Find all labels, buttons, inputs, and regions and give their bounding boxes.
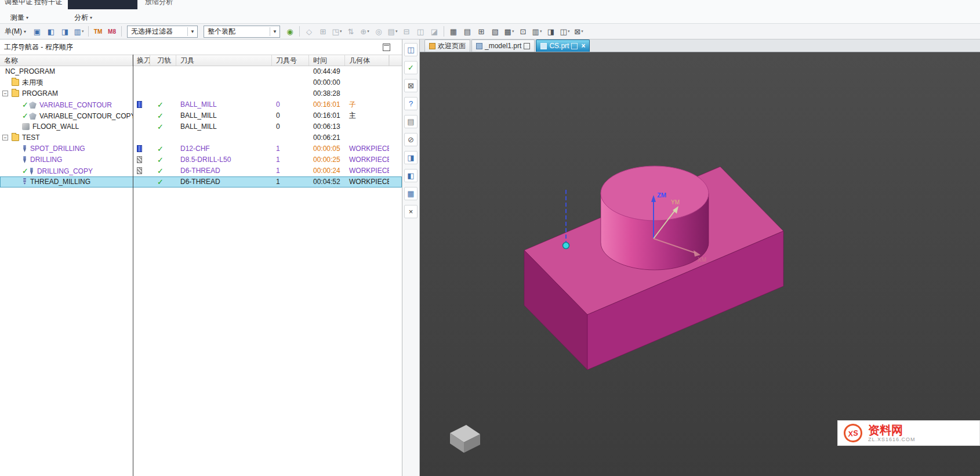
column-header-toolno[interactable]: 刀具号 xyxy=(272,55,309,66)
operation-row-DRILLING[interactable]: DRILLING✓D8.5-DRILL-L50100:00:25WORKPIEC… xyxy=(0,154,402,165)
toolbar-button-16[interactable]: ▧ xyxy=(489,26,502,37)
operation-name-cell[interactable]: DRILLING xyxy=(0,154,133,165)
menu-button[interactable]: 单(M) ▾ xyxy=(2,26,30,38)
resource-bar-icon-2[interactable]: ✓ xyxy=(404,61,418,74)
toolbar-button-3[interactable]: ⊞ xyxy=(317,26,329,37)
toolbar-button-5[interactable]: ⇅ xyxy=(344,26,357,37)
resource-bar-icon-9[interactable]: ▦ xyxy=(404,187,418,200)
toolbar-button-22[interactable]: ⊠▾ xyxy=(572,26,585,37)
operation-name-cell[interactable]: ✓VARIABLE_CONTOUR_COPY xyxy=(0,110,133,121)
resource-bar-icon-6[interactable]: ⊘ xyxy=(404,133,418,146)
column-header-time[interactable]: 时间 xyxy=(309,55,345,66)
float-tab-icon[interactable] xyxy=(524,43,530,49)
expand-toggle[interactable]: − xyxy=(2,135,8,140)
toolbar-button-3[interactable]: ▥▾ xyxy=(72,26,85,37)
tool-point-ball[interactable] xyxy=(563,243,569,249)
toolbar-button-2[interactable]: ◇ xyxy=(303,26,315,37)
toolno-cell xyxy=(272,88,309,99)
resource-bar-icon-7[interactable]: ◨ xyxy=(404,151,418,164)
toolchange-icon xyxy=(137,101,142,108)
operation-name-cell[interactable]: SPOT_DRILLING xyxy=(0,143,133,154)
operation-name-cell[interactable]: ✓DRILLING_COPY xyxy=(0,165,133,176)
operation-row-NC_PROGRAM[interactable]: NC_PROGRAM00:44:49 xyxy=(0,66,402,77)
operation-name-cell[interactable]: TEST xyxy=(0,132,133,143)
toolbar-button-20[interactable]: ◨ xyxy=(545,26,557,37)
toolbar-button-13[interactable]: ▦ xyxy=(447,26,460,37)
operation-row-未用项[interactable]: 未用项00:00:00 xyxy=(0,77,402,88)
operation-row-TEST[interactable]: −TEST00:06:21 xyxy=(0,132,402,143)
resource-bar-icon-4[interactable]: ? xyxy=(404,97,418,110)
chevron-down-icon: ▾ xyxy=(82,29,84,34)
toolbar-button-14[interactable]: ▤ xyxy=(461,26,474,37)
toolbar-button-21[interactable]: ◫▾ xyxy=(558,26,571,37)
operation-row-THREAD_MILLING[interactable]: THREAD_MILLING✓D6-THREAD100:04:52WORKPIE… xyxy=(0,176,402,187)
tab-欢迎页面[interactable]: 欢迎页面 xyxy=(424,39,470,52)
tab-_model1.prt[interactable]: _model1.prt xyxy=(471,39,535,52)
toolbar-button-1[interactable]: ◧ xyxy=(45,26,57,37)
resource-bar-icon-3[interactable]: ⊠ xyxy=(404,79,418,92)
toolno-cell: 1 xyxy=(272,154,309,165)
column-header-name[interactable]: 名称 xyxy=(0,55,133,66)
operation-name-cell[interactable]: 未用项 xyxy=(0,77,133,88)
toolbar-button-6[interactable]: ⊕▾ xyxy=(358,26,371,37)
operation-name-cell[interactable]: ✓VARIABLE_CONTOUR xyxy=(0,99,133,110)
toolchange-cell xyxy=(133,121,150,132)
toolbar-button-17[interactable]: ▩▾ xyxy=(503,26,516,37)
toolbar-button-4[interactable]: ◳▾ xyxy=(331,26,343,37)
toolno-cell: 1 xyxy=(272,165,309,176)
operation-name-cell[interactable]: THREAD_MILLING xyxy=(0,176,133,187)
operation-row-VARIABLE_CONTOUR_COPY[interactable]: ✓VARIABLE_CONTOUR_COPY✓BALL_MILL000:16:0… xyxy=(0,110,402,121)
tab-CS.prt[interactable]: CS.prt× xyxy=(536,39,590,52)
toolbar-button-6[interactable]: M8 xyxy=(106,26,118,37)
toolbar-button-9[interactable]: ⊟ xyxy=(400,26,413,37)
toolbar-button-5[interactable]: TM xyxy=(92,26,104,37)
toolbar-button-7[interactable]: ◎ xyxy=(372,26,385,37)
column-header-toolpath[interactable]: 刀轨 xyxy=(150,55,176,66)
main-area: 工序导航器 - 程序顺序 名称 换刀 刀轨 刀具 刀具号 时间 几何体 NC_P… xyxy=(0,39,980,476)
resource-bar-icon-10[interactable]: × xyxy=(404,205,418,218)
cylinder-top-face[interactable] xyxy=(601,166,709,221)
selection-filter-dropdown[interactable]: 无选择过滤器 ▼ xyxy=(127,26,198,38)
toolbar-button-0[interactable]: ▣ xyxy=(31,26,43,37)
toolbar-button-11[interactable]: ◪ xyxy=(428,26,441,37)
float-tab-icon[interactable] xyxy=(571,43,578,49)
toolbar-button-2[interactable]: ◨ xyxy=(59,26,71,37)
operation-row-DRILLING_COPY[interactable]: ✓DRILLING_COPY✓D6-THREAD100:00:24WORKPIE… xyxy=(0,165,402,176)
analysis-group-button[interactable]: 分析 ▾ xyxy=(74,13,92,23)
time-cell: 00:16:01 xyxy=(309,110,345,121)
model-view[interactable]: ZM YM XM xyxy=(420,52,980,476)
toolbar-right-icons: ◉◇⊞◳▾⇅⊕▾◎▤▾⊟◫◪▦▤⊞▧▩▾⊡▥▾◨◫▾⊠▾ xyxy=(283,26,586,37)
column-divider[interactable] xyxy=(133,55,133,476)
operation-row-PROGRAM[interactable]: −PROGRAM00:38:28 xyxy=(0,88,402,99)
close-tab-icon[interactable]: × xyxy=(581,42,585,50)
resource-bar-icon-1[interactable]: ◫ xyxy=(404,43,418,56)
float-panel-button[interactable] xyxy=(383,44,390,51)
part-cylinder[interactable] xyxy=(601,166,709,270)
graphics-viewport[interactable]: ZM YM XM xyxy=(420,52,980,476)
column-header-toolchange[interactable]: 换刀 xyxy=(133,55,150,66)
column-header-geometry[interactable]: 几何体 xyxy=(345,55,389,66)
column-header-tool[interactable]: 刀具 xyxy=(176,55,272,66)
operation-name-cell[interactable]: PROGRAM xyxy=(0,88,133,99)
toolbar-button-19[interactable]: ▥▾ xyxy=(531,26,543,37)
operation-name-cell[interactable]: NC_PROGRAM xyxy=(0,66,133,77)
toolbar-button-8[interactable]: ▤▾ xyxy=(386,26,399,37)
operation-row-FLOOR_WALL[interactable]: FLOOR_WALL✓BALL_MILL000:06:13 xyxy=(0,121,402,132)
time-cell: 00:16:01 xyxy=(309,99,345,110)
resource-bar-icon-5[interactable]: ▤ xyxy=(404,115,418,128)
expand-toggle[interactable]: − xyxy=(2,91,8,96)
measure-group-button[interactable]: 测量 ▾ xyxy=(10,13,28,23)
watermark-text: 资料网 ZL.XS1616.COM xyxy=(868,424,916,442)
operation-name-cell[interactable]: FLOOR_WALL xyxy=(0,121,133,132)
toolbar-button-15[interactable]: ⊞ xyxy=(475,26,488,37)
operation-row-SPOT_DRILLING[interactable]: SPOT_DRILLING✓D12-CHF100:00:05WORKPIECE xyxy=(0,143,402,154)
resource-bar-icon-8[interactable]: ◧ xyxy=(404,169,418,182)
nx-cam-window: 调整中证 拉特干证 放缩分析 测量 ▾ 分析 ▾ 单(M) ▾ ▣◧◨▥▾TMM… xyxy=(0,0,980,476)
toolbar-button-18[interactable]: ⊡ xyxy=(517,26,529,37)
geometry-cell: 主 xyxy=(345,110,389,121)
assembly-scope-dropdown[interactable]: 整个装配 ▼ xyxy=(204,26,280,38)
toolbar-button-10[interactable]: ◫ xyxy=(414,26,427,37)
time-cell: 00:38:28 xyxy=(309,88,345,99)
toolbar-button-0[interactable]: ◉ xyxy=(284,26,296,37)
operation-row-VARIABLE_CONTOUR[interactable]: ✓VARIABLE_CONTOUR✓BALL_MILL000:16:01子 xyxy=(0,99,402,110)
